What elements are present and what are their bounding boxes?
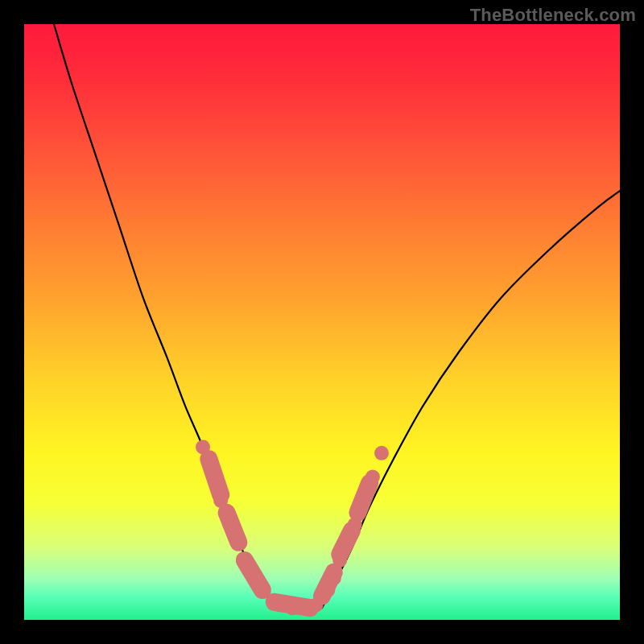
- marker-dots: [196, 440, 389, 615]
- marker-dot: [365, 469, 380, 484]
- chart-frame: TheBottleneck.com: [0, 0, 644, 644]
- marker-dot: [374, 446, 389, 460]
- marker-dot: [348, 518, 362, 532]
- chart-svg: [24, 24, 620, 620]
- marker-dot: [327, 571, 341, 585]
- marker-dot: [309, 598, 324, 613]
- marker-dot: [231, 535, 246, 550]
- watermark-text: TheBottleneck.com: [470, 5, 636, 26]
- marker-dot: [255, 583, 270, 597]
- marker-dot: [243, 565, 258, 580]
- marker-capsules: [208, 459, 369, 608]
- marker-dot: [332, 553, 347, 568]
- marker-dot: [204, 458, 219, 473]
- left-curve-line: [54, 24, 275, 608]
- plot-area: [24, 24, 620, 620]
- marker-dot: [339, 535, 353, 550]
- marker-dot: [196, 440, 210, 454]
- marker-dot: [213, 493, 228, 508]
- right-curve-line: [322, 191, 620, 608]
- marker-dot: [222, 518, 237, 532]
- marker-dot: [357, 493, 371, 508]
